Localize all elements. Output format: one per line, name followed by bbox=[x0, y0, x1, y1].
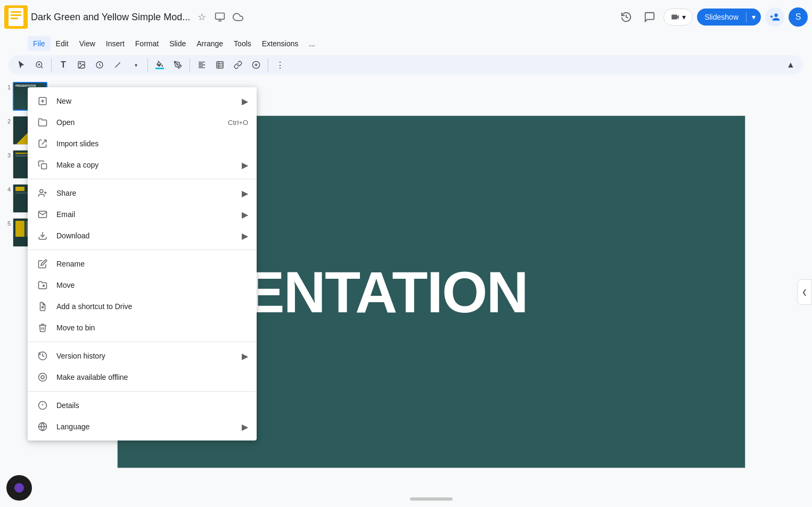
align-tool[interactable] bbox=[193, 56, 210, 73]
svg-point-31 bbox=[177, 64, 178, 65]
meet-label: ▾ bbox=[682, 13, 686, 21]
history-icon[interactable] bbox=[617, 7, 636, 27]
menu-item-copy[interactable]: Make a copy ▶ bbox=[28, 154, 257, 176]
menu-item-add-shortcut[interactable]: Add a shortcut to Drive bbox=[28, 296, 257, 317]
collapse-chevron: ❮ bbox=[802, 288, 807, 296]
link-tool[interactable] bbox=[229, 56, 247, 73]
menu-slide[interactable]: Slide bbox=[164, 36, 191, 51]
svg-rect-2 bbox=[11, 14, 21, 16]
zoom-tool[interactable] bbox=[31, 56, 48, 73]
bin-label: Move to bin bbox=[56, 323, 248, 332]
svg-rect-8 bbox=[42, 164, 47, 169]
table-tool[interactable] bbox=[211, 56, 228, 73]
user-avatar[interactable]: S bbox=[789, 7, 808, 27]
add-tool[interactable] bbox=[248, 56, 265, 73]
collapse-toolbar[interactable]: ▲ bbox=[782, 56, 799, 73]
image-tool[interactable] bbox=[73, 56, 90, 73]
open-label: Open bbox=[56, 118, 228, 127]
download-arrow: ▶ bbox=[242, 231, 248, 241]
import-icon bbox=[36, 137, 49, 150]
menu-view[interactable]: View bbox=[74, 36, 101, 51]
svg-point-17 bbox=[41, 376, 44, 379]
share-arrow: ▶ bbox=[242, 188, 248, 198]
slideshow-button[interactable]: Slideshow bbox=[697, 9, 746, 26]
divider-1 bbox=[28, 179, 257, 179]
shortcut-label: Add a shortcut to Drive bbox=[56, 302, 248, 311]
menu-more[interactable]: ... bbox=[304, 36, 321, 51]
cloud-status-icon[interactable] bbox=[231, 10, 245, 24]
copy-arrow: ▶ bbox=[242, 160, 248, 170]
menu-item-version[interactable]: Version history ▶ bbox=[28, 345, 257, 367]
offline-icon bbox=[36, 371, 49, 384]
menu-item-offline[interactable]: Make available offline bbox=[28, 367, 257, 388]
menu-insert[interactable]: Insert bbox=[101, 36, 130, 51]
menu-file[interactable]: File bbox=[28, 36, 51, 51]
recording-indicator[interactable] bbox=[6, 475, 32, 501]
slide-num-5: 5 bbox=[3, 218, 11, 227]
svg-point-28 bbox=[80, 63, 81, 64]
more-options[interactable]: ⋮ bbox=[272, 56, 289, 73]
pen-tool[interactable] bbox=[169, 56, 186, 73]
divider-4 bbox=[28, 391, 257, 392]
menu-item-import[interactable]: Import slides bbox=[28, 133, 257, 154]
select-tool[interactable] bbox=[13, 56, 30, 73]
menu-item-new[interactable]: New ▶ bbox=[28, 90, 257, 112]
title-icons: ☆ bbox=[194, 10, 245, 24]
line-tool[interactable] bbox=[109, 56, 126, 73]
download-icon bbox=[36, 229, 49, 242]
top-right-actions: ▾ Slideshow ▾ S bbox=[617, 7, 808, 27]
slide-scrollbar[interactable] bbox=[410, 497, 453, 501]
slide-num-1: 1 bbox=[3, 82, 11, 90]
version-icon bbox=[36, 350, 49, 362]
divider-3 bbox=[28, 342, 257, 342]
new-label: New bbox=[56, 97, 237, 105]
line-tool-chevron[interactable]: ▾ bbox=[127, 56, 144, 73]
menu-item-bin[interactable]: Move to bin bbox=[28, 317, 257, 338]
menu-item-open[interactable]: Open Ctrl+O bbox=[28, 112, 257, 133]
rename-label: Rename bbox=[56, 260, 248, 268]
copy-label: Make a copy bbox=[56, 161, 237, 169]
menu-tools[interactable]: Tools bbox=[228, 36, 257, 51]
menu-arrange[interactable]: Arrange bbox=[191, 36, 228, 51]
collaborate-button[interactable] bbox=[765, 7, 784, 27]
menu-edit[interactable]: Edit bbox=[51, 36, 74, 51]
text-tool[interactable]: T bbox=[55, 56, 72, 73]
comments-icon[interactable] bbox=[640, 7, 659, 27]
menu-item-language[interactable]: Language ▶ bbox=[28, 416, 257, 437]
svg-rect-32 bbox=[217, 62, 223, 68]
move-label: Move bbox=[56, 281, 248, 289]
menu-format[interactable]: Format bbox=[130, 36, 164, 51]
menu-bar: File Edit View Insert Format Slide Arran… bbox=[0, 34, 812, 53]
new-icon bbox=[36, 95, 49, 107]
drive-save-icon[interactable] bbox=[212, 10, 227, 24]
menu-item-rename[interactable]: Rename bbox=[28, 253, 257, 275]
menu-item-share[interactable]: Share ▶ bbox=[28, 182, 257, 204]
menu-item-download[interactable]: Download ▶ bbox=[28, 225, 257, 246]
toolbar-sep-1 bbox=[51, 59, 52, 71]
email-icon bbox=[36, 208, 49, 221]
fill-color-tool[interactable] bbox=[151, 56, 168, 73]
rec-dot bbox=[14, 483, 24, 493]
rename-icon bbox=[36, 257, 49, 270]
bin-icon bbox=[36, 321, 49, 334]
details-icon bbox=[36, 399, 49, 412]
open-shortcut: Ctrl+O bbox=[228, 119, 248, 127]
app-logo[interactable] bbox=[4, 5, 28, 29]
svg-line-24 bbox=[41, 67, 43, 68]
star-icon[interactable]: ☆ bbox=[194, 10, 209, 24]
slideshow-chevron[interactable]: ▾ bbox=[747, 9, 761, 26]
menu-item-move[interactable]: Move bbox=[28, 275, 257, 296]
svg-point-16 bbox=[39, 373, 47, 381]
svg-line-30 bbox=[115, 62, 120, 67]
details-label: Details bbox=[56, 401, 248, 410]
menu-item-details[interactable]: Details bbox=[28, 395, 257, 416]
menu-item-email[interactable]: Email ▶ bbox=[28, 204, 257, 225]
email-arrow: ▶ bbox=[242, 210, 248, 220]
meet-button[interactable]: ▾ bbox=[663, 9, 693, 26]
open-icon bbox=[36, 116, 49, 129]
shape-tool[interactable] bbox=[91, 56, 108, 73]
doc-title[interactable]: Dark Green and Yellow Simple Mod... bbox=[31, 12, 190, 23]
right-panel-collapse[interactable]: ❮ bbox=[797, 279, 812, 305]
top-bar: Dark Green and Yellow Simple Mod... ☆ bbox=[0, 0, 812, 34]
menu-extensions[interactable]: Extensions bbox=[257, 36, 304, 51]
